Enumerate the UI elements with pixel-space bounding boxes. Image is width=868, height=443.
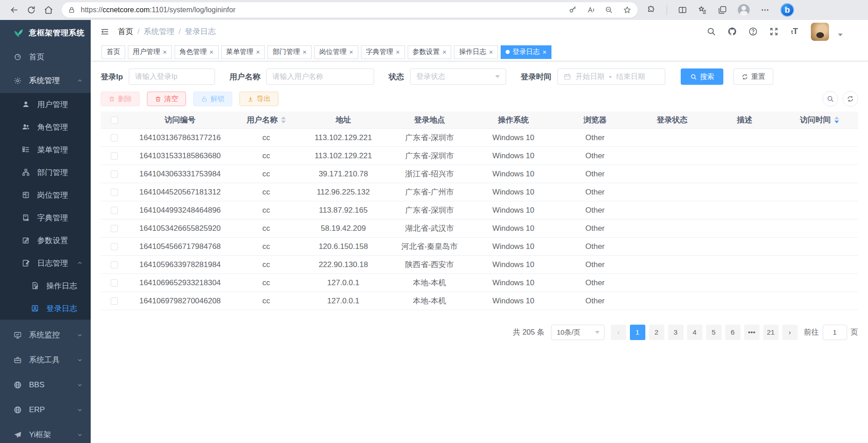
next-page-button[interactable]: › (782, 325, 798, 340)
table-row[interactable]: 1641069652933218304 cc 127.0.0.1 本地-本机 W… (101, 274, 858, 292)
add-favorite-star-icon[interactable] (623, 6, 631, 14)
tab-department-management[interactable]: 部门管理× (268, 45, 312, 59)
sidebar-item-system-monitor[interactable]: 系统监控 (0, 322, 91, 347)
breadcrumb-home[interactable]: 首页 (118, 26, 133, 37)
row-checkbox[interactable] (111, 261, 118, 268)
select-all-checkbox[interactable] (111, 117, 118, 124)
browser-profile-avatar[interactable] (738, 4, 750, 16)
extensions-puzzle-icon[interactable] (647, 5, 656, 15)
page-button-3[interactable]: 3 (668, 325, 683, 340)
table-row[interactable]: 1641044520567181312 cc 112.96.225.132 广东… (101, 183, 858, 201)
row-checkbox[interactable] (111, 243, 118, 250)
page-button-5[interactable]: 5 (706, 325, 722, 340)
page-button-1[interactable]: 1 (630, 325, 645, 340)
sidebar-item-home[interactable]: 首页 (0, 45, 91, 68)
delete-button[interactable]: 删除 (101, 92, 140, 106)
table-row[interactable]: 1641031533185863680 cc 113.102.129.221 广… (101, 147, 858, 165)
favorites-hub-icon[interactable] (698, 5, 707, 15)
browser-refresh-button[interactable] (23, 2, 40, 18)
tab-user-management[interactable]: 用户管理× (128, 45, 172, 59)
close-icon[interactable]: × (489, 49, 493, 55)
sidebar-item-department-management[interactable]: 部门管理 (0, 161, 91, 184)
prev-page-button[interactable]: ‹ (611, 325, 626, 340)
font-size-button[interactable]: tT (787, 24, 802, 39)
reset-button[interactable]: 重置 (733, 68, 773, 85)
address-bar[interactable]: https://ccnetcore.com:1101/system/log/lo… (62, 2, 638, 18)
table-row[interactable]: 1641069798270046208 cc 127.0.0.1 本地-本机 W… (101, 292, 858, 310)
refresh-table-button[interactable] (843, 91, 858, 107)
tab-role-management[interactable]: 角色管理× (175, 45, 219, 59)
user-avatar[interactable] (811, 23, 829, 41)
page-button-2[interactable]: 2 (649, 325, 664, 340)
tab-post-management[interactable]: 岗位管理× (314, 45, 358, 59)
page-button-6[interactable]: 6 (725, 325, 741, 340)
header-search-button[interactable] (704, 24, 718, 39)
sort-asc-icon[interactable] (281, 117, 286, 119)
close-icon[interactable]: × (349, 49, 353, 55)
sidebar-item-erp[interactable]: ERP (0, 397, 91, 422)
row-checkbox[interactable] (111, 297, 118, 305)
row-checkbox[interactable] (111, 207, 118, 214)
start-date-placeholder[interactable]: 开始日期 (575, 72, 605, 82)
tab-parameter-settings[interactable]: 参数设置× (408, 45, 452, 59)
sort-desc-icon[interactable] (281, 121, 286, 123)
split-screen-icon[interactable] (678, 5, 687, 15)
browser-menu-dots-icon[interactable] (761, 5, 770, 15)
sidebar-item-system-management[interactable]: 系统管理 (0, 68, 91, 93)
sidebar-item-user-management[interactable]: 用户管理 (0, 93, 91, 116)
col-visit-time[interactable]: 访问时间 (781, 115, 858, 125)
login-ip-input[interactable] (135, 73, 209, 81)
login-ip-field[interactable] (129, 68, 215, 85)
tab-login-log[interactable]: 登录日志× (501, 45, 551, 59)
sidebar-item-operation-log[interactable]: 操作日志 (0, 274, 91, 297)
fullscreen-button[interactable] (766, 24, 781, 39)
sidebar-item-login-log[interactable]: 登录日志 (0, 297, 91, 320)
clear-button[interactable]: 清空 (147, 92, 186, 106)
browser-back-button[interactable] (5, 2, 23, 18)
close-icon[interactable]: × (256, 49, 260, 55)
sort-asc-icon[interactable] (834, 117, 839, 119)
end-date-placeholder[interactable]: 结束日期 (616, 72, 645, 82)
row-checkbox[interactable] (111, 189, 118, 196)
sidebar-item-menu-management[interactable]: 菜单管理 (0, 138, 91, 161)
goto-page-input[interactable] (823, 325, 847, 340)
bing-copilot-icon[interactable]: b (780, 3, 794, 17)
close-icon[interactable]: × (443, 49, 447, 55)
row-checkbox[interactable] (111, 279, 118, 287)
table-row[interactable]: 1641053426655825920 cc 58.19.42.209 湖北省-… (101, 219, 858, 238)
export-button[interactable]: 导出 (239, 92, 278, 106)
row-checkbox[interactable] (111, 134, 118, 141)
sidebar-item-dict-management[interactable]: 字典管理 (0, 206, 91, 229)
table-row[interactable]: 1641054566717984768 cc 120.6.150.158 河北省… (101, 238, 858, 256)
collections-icon[interactable] (718, 5, 727, 15)
row-checkbox[interactable] (111, 170, 118, 178)
help-button[interactable] (746, 24, 760, 39)
row-checkbox[interactable] (111, 152, 118, 160)
search-button[interactable]: 搜索 (681, 68, 723, 85)
collapse-sidebar-button[interactable] (97, 24, 112, 39)
close-icon[interactable]: × (302, 49, 307, 55)
sidebar-item-yi-framework[interactable]: Yi框架 (0, 422, 91, 443)
sidebar-item-log-management[interactable]: 日志管理 (0, 252, 91, 274)
close-icon[interactable]: × (542, 49, 546, 55)
table-row[interactable]: 1641044993248464896 cc 113.87.92.165 广东省… (101, 201, 858, 219)
tab-dict-management[interactable]: 字典管理× (361, 45, 405, 59)
tab-home[interactable]: 首页 (102, 45, 125, 59)
sort-desc-icon-active[interactable] (834, 121, 839, 123)
sidebar-item-role-management[interactable]: 角色管理 (0, 116, 91, 138)
password-key-icon[interactable] (569, 6, 577, 14)
col-user-name[interactable]: 用户名称 (232, 115, 300, 125)
table-row[interactable]: 1641059633978281984 cc 222.90.130.18 陕西省… (101, 256, 858, 274)
status-select[interactable]: 登录状态 (410, 68, 506, 85)
sidebar-item-post-management[interactable]: 岗位管理 (0, 184, 91, 206)
table-row[interactable]: 1641031367863177216 cc 113.102.129.221 广… (101, 129, 858, 147)
user-name-input[interactable] (273, 73, 368, 81)
sort-control[interactable] (834, 117, 839, 123)
url-text[interactable]: https://ccnetcore.com:1101/system/log/lo… (81, 6, 569, 14)
avatar-caret-down-icon[interactable] (838, 34, 843, 36)
tab-operation-log[interactable]: 操作日志× (454, 45, 498, 59)
row-checkbox[interactable] (111, 225, 118, 232)
table-row[interactable]: 1641043063331753984 cc 39.171.210.78 浙江省… (101, 165, 858, 183)
close-icon[interactable]: × (396, 49, 400, 55)
page-button-4[interactable]: 4 (687, 325, 702, 340)
